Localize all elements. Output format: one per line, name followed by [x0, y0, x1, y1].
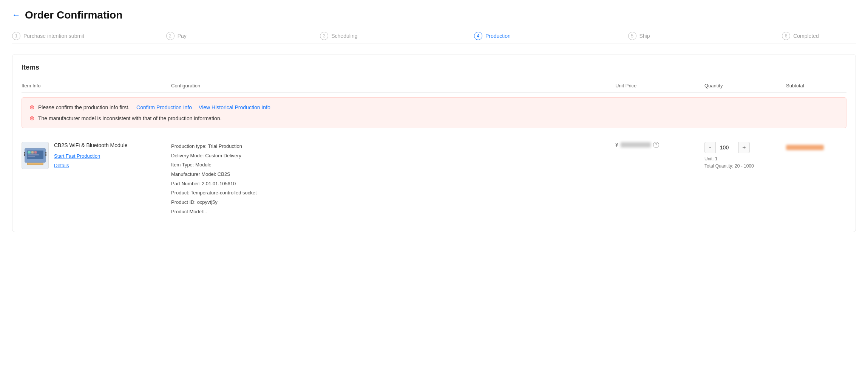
- step-line-4: [551, 36, 625, 36]
- svg-rect-13: [28, 163, 43, 165]
- quantity-cell: - + Unit: 1 Total Quantity: 20 - 1000: [704, 142, 780, 170]
- error-banners: ⊗ Please confirm the production info fir…: [22, 97, 846, 128]
- stepper: 1 Purchase intention submit 2 Pay 3 Sche…: [12, 32, 856, 43]
- config-delivery-mode: Delivery Mode: Custom Delivery: [171, 151, 609, 161]
- product-details: CB2S WiFi & Bluetooth Module Start Fast …: [54, 142, 128, 168]
- quantity-decrease-button[interactable]: -: [704, 142, 716, 153]
- subtotal-value-blur: [786, 145, 824, 150]
- svg-rect-6: [28, 154, 39, 155]
- price-value-blur: [621, 142, 651, 147]
- step-6-circle: 6: [782, 32, 790, 40]
- items-title: Items: [22, 64, 846, 71]
- col-configuration: Configuration: [171, 83, 609, 88]
- step-5-circle: 5: [628, 32, 636, 40]
- col-unit-price: Unit Price: [615, 83, 698, 88]
- price-help-icon[interactable]: ?: [653, 142, 659, 148]
- quantity-unit: Unit: 1: [704, 155, 780, 163]
- price-cell: ¥ ?: [615, 142, 698, 148]
- config-part-number: Part Number: 2.01.01.105610: [171, 179, 609, 189]
- step-line-5: [705, 36, 779, 36]
- step-5-label: Ship: [639, 33, 650, 39]
- svg-rect-3: [28, 151, 31, 154]
- step-4-label: Production: [485, 33, 511, 39]
- config-production-type: Production type: Trial Production: [171, 142, 609, 151]
- step-2-circle: 2: [166, 32, 175, 40]
- svg-rect-4: [31, 151, 34, 154]
- table-header: Item Info Configuration Unit Price Quant…: [22, 79, 846, 93]
- subtotal-cell: [786, 142, 846, 150]
- page-header: ← Order Confirmation: [12, 9, 856, 21]
- product-row: CB2S WiFi & Bluetooth Module Start Fast …: [22, 136, 846, 223]
- quantity-input[interactable]: [716, 142, 738, 153]
- items-card: Items Item Info Configuration Unit Price…: [12, 54, 856, 232]
- quantity-range: Total Quantity: 20 - 1000: [704, 163, 780, 170]
- step-1: 1 Purchase intention submit: [12, 32, 86, 40]
- step-4: 4 Production: [474, 32, 548, 40]
- svg-rect-8: [24, 152, 25, 154]
- view-historical-link[interactable]: View Historical Production Info: [199, 104, 270, 110]
- price-currency: ¥: [615, 142, 618, 148]
- quantity-meta: Unit: 1 Total Quantity: 20 - 1000: [704, 155, 780, 170]
- step-2: 2 Pay: [166, 32, 240, 40]
- quantity-increase-button[interactable]: +: [738, 142, 750, 153]
- step-line-2: [243, 36, 317, 36]
- col-subtotal: Subtotal: [786, 83, 846, 88]
- error-icon-2: ⊗: [29, 115, 34, 122]
- step-line-3: [397, 36, 471, 36]
- config-manufacturer-model: Manufacturer Model: CB2S: [171, 170, 609, 179]
- step-6: 6 Completed: [782, 32, 856, 40]
- step-2-label: Pay: [178, 33, 187, 39]
- step-3: 3 Scheduling: [320, 32, 394, 40]
- details-link[interactable]: Details: [54, 163, 128, 168]
- back-button[interactable]: ←: [12, 10, 20, 20]
- error-text-1: Please confirm the production info first…: [38, 104, 130, 110]
- config-product: Product: Temperature-controlled socket: [171, 188, 609, 198]
- config-product-model: Product Model: -: [171, 207, 609, 217]
- configuration-list: Production type: Trial Production Delive…: [171, 142, 609, 217]
- product-image: [22, 142, 49, 169]
- page-title: Order Confirmation: [25, 9, 122, 21]
- error-icon-1: ⊗: [29, 104, 34, 111]
- step-6-label: Completed: [793, 33, 819, 39]
- svg-rect-5: [34, 151, 37, 154]
- svg-rect-10: [45, 152, 46, 154]
- svg-rect-9: [24, 154, 25, 156]
- start-fast-production-link[interactable]: Start Fast Production: [54, 153, 128, 159]
- product-info: CB2S WiFi & Bluetooth Module Start Fast …: [22, 142, 165, 169]
- error-text-2: The manufacturer model is inconsistent w…: [38, 115, 222, 121]
- col-quantity: Quantity: [704, 83, 780, 88]
- step-3-label: Scheduling: [331, 33, 357, 39]
- step-1-circle: 1: [12, 32, 20, 40]
- product-name: CB2S WiFi & Bluetooth Module: [54, 142, 128, 149]
- error-row-2: ⊗ The manufacturer model is inconsistent…: [29, 115, 839, 122]
- config-item-type: Item Type: Module: [171, 160, 609, 170]
- step-3-circle: 3: [320, 32, 328, 40]
- step-5: 5 Ship: [628, 32, 702, 40]
- step-line-1: [89, 36, 163, 36]
- svg-rect-7: [28, 156, 35, 157]
- svg-rect-11: [45, 154, 46, 156]
- quantity-stepper: - +: [704, 142, 780, 153]
- step-1-label: Purchase intention submit: [23, 33, 84, 39]
- confirm-production-link[interactable]: Confirm Production Info: [136, 104, 192, 110]
- error-row-1: ⊗ Please confirm the production info fir…: [29, 104, 839, 111]
- page-container: ← Order Confirmation 1 Purchase intentio…: [0, 0, 868, 241]
- col-item-info: Item Info: [22, 83, 165, 88]
- config-product-id: Product ID: oxpyvtj5y: [171, 198, 609, 207]
- step-4-circle: 4: [474, 32, 482, 40]
